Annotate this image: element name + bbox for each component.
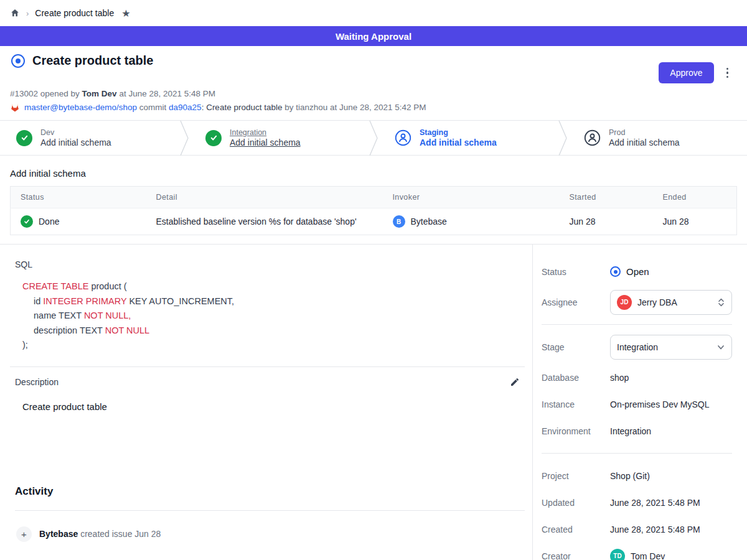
instance-value: On-premises Dev MySQL (610, 399, 709, 409)
gitlab-icon (10, 103, 20, 112)
sql-line: CREATE TABLE product ( (22, 279, 532, 294)
task-section: Add initial schema Status Detail Invoker… (0, 156, 747, 235)
task-ended: Jun 28 (653, 208, 737, 235)
stage-separator-chevron (558, 121, 568, 155)
approval-banner: Waiting Approval (0, 26, 747, 46)
stage-label: Stage (542, 342, 610, 352)
branch-link[interactable]: master@bytebase-demo/shop (24, 103, 137, 112)
stage-task-label: Add initial schema (609, 138, 680, 147)
activity-item: + Bytebase created issue Jun 28 (16, 526, 532, 542)
approve-button[interactable]: Approve (659, 62, 713, 83)
issue-meta: #13002 opened by Tom Dev at June 28, 202… (10, 89, 737, 98)
stage-env-label: Dev (40, 128, 111, 137)
task-started: Jun 28 (560, 208, 653, 235)
assignee-label: Assignee (542, 297, 610, 307)
column-header-started: Started (560, 187, 653, 208)
stage-pending-person-icon (584, 129, 601, 146)
more-actions-icon[interactable] (724, 65, 731, 81)
stage-done-check-icon (16, 130, 32, 146)
section-divider (15, 510, 525, 511)
commit-message: : Create product table (202, 103, 285, 112)
sql-line: ); (22, 338, 532, 353)
issue-sidebar: Status Open Assignee JD Jerry DBA Stage … (532, 245, 747, 560)
edit-pencil-icon[interactable] (510, 377, 520, 387)
column-header-detail: Detail (146, 187, 383, 208)
breadcrumb-chevron-icon: › (26, 9, 29, 18)
stage-integration[interactable]: Integration Add initial schema (189, 121, 369, 155)
stage-task-label: Add initial schema (420, 138, 497, 147)
status-value: Open (626, 266, 649, 277)
stage-env-label: Prod (609, 128, 680, 137)
description-label: Description (15, 377, 59, 387)
status-open-icon (610, 266, 621, 277)
updated-label: Updated (542, 498, 610, 508)
activity-actor: Bytebase (39, 529, 78, 539)
invoker-avatar: B (393, 215, 405, 228)
breadcrumb: › Create product table ★ (0, 0, 747, 26)
task-detail: Established baseline version %s for data… (146, 208, 383, 235)
favorite-star-icon[interactable]: ★ (121, 7, 130, 19)
updown-chevron-icon (717, 297, 725, 307)
stage-pending-person-icon (395, 129, 411, 146)
issue-open-status-icon (11, 54, 25, 68)
pipeline: Dev Add initial schema Integration Add i… (0, 120, 747, 156)
sql-line: name TEXT NOT NULL, (22, 309, 532, 324)
database-value: shop (610, 373, 629, 383)
commit-info: master@bytebase-demo/shop commit da90a25… (10, 103, 737, 112)
task-status: Done (39, 217, 59, 226)
task-row[interactable]: Done Established baseline version %s for… (11, 208, 737, 235)
breadcrumb-title: Create product table (35, 8, 114, 18)
stage-staging[interactable]: Staging Add initial schema (378, 121, 558, 155)
issue-id-text: #13002 opened by (10, 89, 82, 98)
column-header-invoker: Invoker (383, 187, 560, 208)
activity-heading: Activity (15, 485, 532, 498)
environment-label: Environment (542, 426, 610, 436)
updated-value: June 28, 2021 5:48 PM (610, 498, 700, 508)
sql-line: id INTEGER PRIMARY KEY AUTO_INCREMENT, (22, 294, 532, 309)
done-check-icon (21, 215, 33, 228)
activity-action: created issue Jun 28 (78, 529, 161, 539)
column-header-ended: Ended (653, 187, 737, 208)
commit-hash-link[interactable]: da90a25 (169, 103, 202, 112)
stage-value: Integration (617, 342, 711, 352)
approval-banner-label: Waiting Approval (336, 31, 411, 42)
section-divider (10, 366, 525, 367)
sql-line: description TEXT NOT NULL (22, 324, 532, 338)
activity-plus-icon: + (16, 526, 32, 542)
sql-code: CREATE TABLE product ( id INTEGER PRIMAR… (22, 279, 532, 353)
stage-task-label: Add initial schema (40, 138, 111, 147)
created-label: Created (542, 525, 610, 534)
created-value: June 28, 2021 5:48 PM (610, 525, 700, 534)
project-label: Project (542, 471, 610, 481)
database-label: Database (542, 373, 610, 383)
stage-dev[interactable]: Dev Add initial schema (0, 121, 179, 155)
stage-env-label: Staging (420, 128, 497, 137)
status-label: Status (542, 267, 610, 277)
description-content: Create product table (22, 401, 532, 412)
assignee-avatar: JD (617, 295, 632, 310)
stage-env-label: Integration (230, 128, 301, 137)
column-header-status: Status (11, 187, 146, 208)
chevron-down-icon (716, 343, 725, 352)
commit-word: commit (137, 103, 169, 112)
stage-separator-chevron (179, 121, 189, 155)
invoker-name: Bytebase (411, 217, 447, 226)
stage-done-check-icon (205, 130, 222, 146)
home-icon[interactable] (10, 8, 20, 18)
task-table: Status Detail Invoker Started Ended Done… (10, 186, 737, 235)
stage-task-link[interactable]: Add initial schema (230, 138, 301, 147)
commit-author-time: by tianzhou at June 28, 2021 5:42 PM (284, 103, 426, 112)
sql-label: SQL (15, 259, 532, 269)
creator-label: Creator (542, 551, 610, 560)
assignee-select[interactable]: JD Jerry DBA (610, 290, 732, 315)
issue-header: Create product table Approve #13002 open… (0, 46, 747, 120)
stage-select[interactable]: Integration (610, 335, 732, 360)
environment-value: Integration (610, 426, 651, 436)
project-value: Shop (Git) (610, 471, 650, 481)
issue-opened-time: at June 28, 2021 5:48 PM (117, 89, 215, 98)
creator-value: Tom Dev (631, 551, 665, 560)
stage-prod[interactable]: Prod Add initial schema (568, 121, 747, 155)
creator-avatar: TD (610, 549, 625, 560)
stage-separator-chevron (369, 121, 378, 155)
sidebar-divider (542, 453, 732, 454)
